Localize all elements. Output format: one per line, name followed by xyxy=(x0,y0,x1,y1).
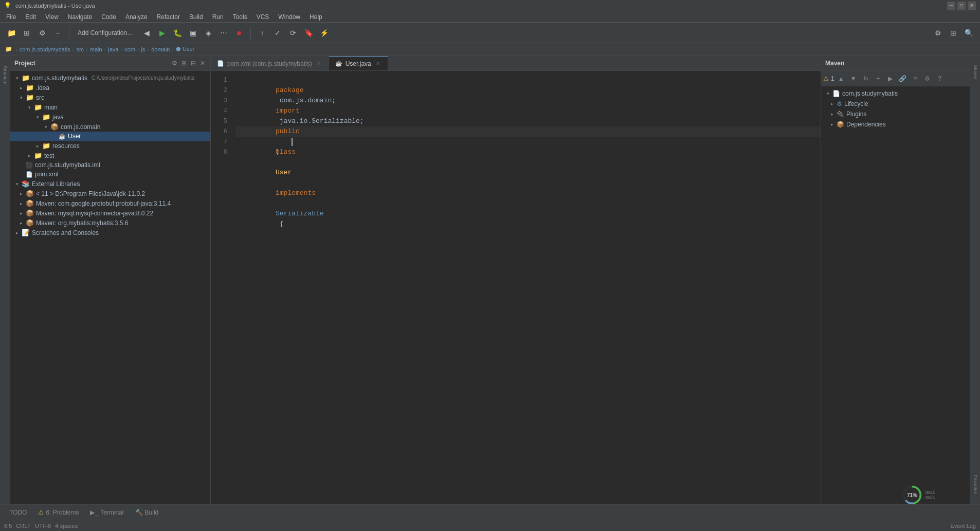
tab-pom-close[interactable]: ✕ xyxy=(315,60,322,67)
menu-code[interactable]: Code xyxy=(97,12,120,22)
vcs-history-btn[interactable]: ⟳ xyxy=(286,26,300,40)
tree-item-scratches[interactable]: 📝 Scratches and Consoles xyxy=(10,228,210,237)
menu-help[interactable]: Help xyxy=(305,12,326,22)
run-prev-btn[interactable]: ◀ xyxy=(139,26,154,40)
breadcrumb-part-6[interactable]: domain xyxy=(151,46,170,52)
code-content[interactable]: package com.js.domain; import java.io.Se… xyxy=(231,71,821,504)
status-charset[interactable]: UTF-8 xyxy=(35,523,51,529)
search-everywhere-btn[interactable]: 🔍 xyxy=(961,26,976,40)
bookmark-btn[interactable]: 🔖 xyxy=(301,26,316,40)
maven-item-lifecycle[interactable]: ⚙ Lifecycle xyxy=(821,99,970,109)
tree-item-idea[interactable]: 📁 .idea xyxy=(10,83,210,93)
tree-item-mybatis[interactable]: 📦 Maven: org.mybatis:mybatis:3.5.6 xyxy=(10,218,210,228)
sidebar-close-btn[interactable]: ✕ xyxy=(199,59,206,68)
bottom-tab-todo[interactable]: TODO xyxy=(4,507,32,518)
tree-item-root[interactable]: 📁 com.js.studymybatis C:\Users\js\IdeaPr… xyxy=(10,73,210,83)
breadcrumb-part-5[interactable]: js xyxy=(141,46,146,52)
tree-item-java[interactable]: 📁 java xyxy=(10,112,210,122)
vcs-update-btn[interactable]: ↑ xyxy=(255,26,269,40)
toolbar-layout-btn[interactable]: ⊞ xyxy=(946,26,960,40)
sidebar-title: Project xyxy=(14,60,35,67)
close-button[interactable]: ✕ xyxy=(968,2,976,10)
status-indent[interactable]: 4 spaces xyxy=(55,523,78,529)
toolbar-settings-right-btn[interactable]: ⚙ xyxy=(931,26,945,40)
menu-view[interactable]: View xyxy=(41,12,63,22)
bottom-tab-problems[interactable]: ⚠ 6: Problems xyxy=(33,507,84,518)
tree-item-iml[interactable]: ⬛ com.js.studymybatis.iml xyxy=(10,160,210,170)
vcs-commit-btn[interactable]: ✓ xyxy=(270,26,285,40)
minimize-button[interactable]: ─ xyxy=(947,2,955,10)
sidebar-layout-btn[interactable]: ⊞ xyxy=(180,59,188,68)
sidebar-hide-btn[interactable]: ⊟ xyxy=(190,59,197,68)
class-name: User xyxy=(276,169,292,176)
menu-edit[interactable]: Edit xyxy=(21,12,40,22)
tab-user-java[interactable]: ☕ User.java ✕ xyxy=(329,56,388,70)
status-position[interactable]: 6:5 xyxy=(4,523,12,529)
maven-settings-btn[interactable]: ⚙ xyxy=(922,73,933,84)
maven-down-btn[interactable]: ▼ xyxy=(848,73,859,84)
coverage-btn[interactable]: ▣ xyxy=(186,26,200,40)
breadcrumb-part-2[interactable]: main xyxy=(90,46,102,52)
tab-user-close[interactable]: ✕ xyxy=(374,60,382,67)
debug-btn[interactable]: 🐛 xyxy=(170,26,185,40)
breadcrumb-part-1[interactable]: src xyxy=(76,46,84,52)
maven-item-deps[interactable]: 📦 Dependencies xyxy=(821,119,970,130)
tree-item-src[interactable]: 📁 src xyxy=(10,93,210,102)
toolbar-open-btn[interactable]: 📁 xyxy=(4,26,19,40)
maven-item-plugins[interactable]: 🔌 Plugins xyxy=(821,109,970,119)
maximize-button[interactable]: □ xyxy=(957,2,966,10)
analyze-btn[interactable]: ⚡ xyxy=(317,26,331,40)
add-configuration-button[interactable]: Add Configuration… xyxy=(74,27,137,39)
maven-lifecycle-btn[interactable]: 🔗 xyxy=(897,73,909,84)
title-bar-controls[interactable]: ─ □ ✕ xyxy=(947,2,976,10)
favorites-side-btn[interactable]: Favorites xyxy=(971,469,979,500)
tree-item-user[interactable]: ☕ User xyxy=(10,132,210,141)
structure-btn[interactable]: Structure xyxy=(1,60,9,90)
tree-item-pom[interactable]: 📄 pom.xml xyxy=(10,170,210,179)
bottom-tab-build[interactable]: 🔨 Build xyxy=(130,507,164,518)
tab-pom-xml[interactable]: 📄 pom.xml (com.js.studymybatis) ✕ xyxy=(211,56,329,70)
sidebar-gear-btn[interactable]: ⚙ xyxy=(171,59,178,68)
tree-item-protobuf[interactable]: 📦 Maven: com.google.protobuf:protobuf-ja… xyxy=(10,198,210,208)
breadcrumb-part-4[interactable]: com xyxy=(124,46,135,52)
run-btn[interactable]: ▶ xyxy=(155,26,169,40)
tree-item-resources[interactable]: 📁 resources xyxy=(10,141,210,151)
menu-tools[interactable]: Tools xyxy=(229,12,251,22)
tree-item-mysql[interactable]: 📦 Maven: mysql:mysql-connector-java:8.0.… xyxy=(10,208,210,218)
maven-add-btn[interactable]: + xyxy=(873,73,884,84)
tree-item-domain[interactable]: 📦 com.js.domain xyxy=(10,122,210,132)
tree-item-main[interactable]: 📁 main xyxy=(10,102,210,112)
tree-item-ext-libs[interactable]: 📚 External Libraries xyxy=(10,179,210,189)
tree-item-jdk[interactable]: 📦 < 11 > D:\Program Files\Java\jdk-11.0.… xyxy=(10,189,210,198)
menu-run[interactable]: Run xyxy=(208,12,228,22)
maven-toggle-btn[interactable]: ≡ xyxy=(910,73,921,84)
maven-help-btn[interactable]: ? xyxy=(934,73,946,84)
menu-analyze[interactable]: Analyze xyxy=(121,12,152,22)
menu-vcs[interactable]: VCS xyxy=(252,12,274,22)
menu-build[interactable]: Build xyxy=(185,12,207,22)
perf-widget[interactable]: 71% 0K/s 0K/s xyxy=(898,480,939,510)
breadcrumb-part-3[interactable]: java xyxy=(108,46,118,52)
more-run-btn[interactable]: ⋯ xyxy=(216,26,231,40)
maven-item-root[interactable]: 📄 com.js.studymybatis xyxy=(821,88,970,99)
toolbar-minus-btn[interactable]: − xyxy=(50,26,65,40)
maven-side-btn[interactable]: Maven xyxy=(971,60,979,85)
bottom-tab-terminal[interactable]: ▶_ Terminal xyxy=(85,507,129,518)
status-crlf[interactable]: CRLF xyxy=(16,523,31,529)
menu-file[interactable]: File xyxy=(2,12,20,22)
tree-item-test[interactable]: 📁 test xyxy=(10,151,210,160)
menu-refactor[interactable]: Refactor xyxy=(153,12,184,22)
code-editor[interactable]: 1 2 3 4 5 6 7 8 package com.js.domain; i… xyxy=(211,71,821,504)
maven-run-btn[interactable]: ▶ xyxy=(885,73,896,84)
status-event-log[interactable]: Event Log xyxy=(950,523,976,529)
toolbar-settings-btn[interactable]: ⚙ xyxy=(35,26,49,40)
breadcrumb-part-0[interactable]: com.js.studymybatis xyxy=(20,46,70,52)
maven-refresh-btn[interactable]: ↻ xyxy=(860,73,872,84)
profile-btn[interactable]: ◈ xyxy=(201,26,215,40)
menu-window[interactable]: Window xyxy=(274,12,304,22)
toolbar-recent-btn[interactable]: ⊞ xyxy=(20,26,34,40)
breadcrumb-part-7[interactable]: ⬟ User xyxy=(176,46,194,52)
menu-navigate[interactable]: Navigate xyxy=(64,12,96,22)
maven-up-btn[interactable]: ▲ xyxy=(836,73,847,84)
stop-btn[interactable]: ■ xyxy=(232,26,246,40)
